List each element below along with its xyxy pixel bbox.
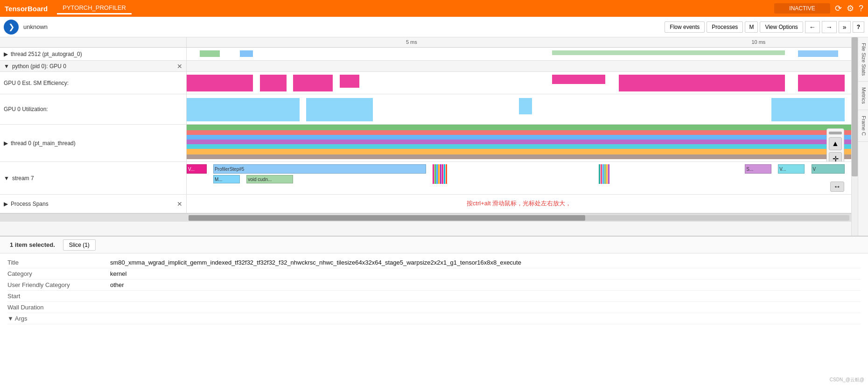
- toolbar-help-button[interactable]: ?: [853, 21, 864, 33]
- settings-icon[interactable]: ⚙: [847, 3, 854, 14]
- thread-stripe-7: [187, 154, 851, 159]
- dd2: [601, 164, 602, 184]
- gpu-sm-canvas: [187, 72, 851, 94]
- profiler-tab[interactable]: PYTORCH_PROFILER: [57, 2, 132, 14]
- detail-row-title: Title sm80_xmma_wgrad_implicit_gemm_inde…: [7, 257, 861, 268]
- util-bar-1: [187, 98, 300, 121]
- detail-value-title: sm80_xmma_wgrad_implicit_gemm_indexed_tf…: [110, 259, 861, 266]
- stream7-block-profiler[interactable]: ProfilerStep#5: [213, 164, 426, 174]
- time-ruler-track: 5 ms 10 ms: [187, 37, 851, 47]
- detail-value-start: [110, 293, 861, 300]
- python-gpu-text: python (pid 0): GPU 0: [12, 63, 66, 70]
- help-icon[interactable]: ?: [859, 4, 863, 14]
- top-bar: TensorBoard PYTORCH_PROFILER INACTIVE ⟳ …: [0, 0, 868, 17]
- sidebar-toggle-button[interactable]: ❯: [4, 20, 19, 35]
- refresh-icon[interactable]: ⟳: [835, 3, 842, 14]
- thread2512-event-4: [798, 50, 838, 57]
- detail-row-args: ▼ Args: [7, 313, 861, 324]
- d6: [442, 164, 443, 184]
- process-spans-row: ▶ Process Spans ✕ 按ctrl+alt 滑动鼠标，光标处左右放大…: [0, 195, 851, 213]
- stream7-arrow[interactable]: ▼: [4, 175, 9, 182]
- nav-arrow-up[interactable]: ▲: [829, 137, 842, 150]
- detail-row-start: Start: [7, 291, 861, 302]
- thread-2512-text: thread 2512 (pt_autograd_0): [11, 51, 82, 57]
- sm-bar-3: [293, 75, 333, 91]
- thread-stripe-5: [187, 144, 851, 149]
- sm-bar-1: [187, 75, 253, 91]
- util-bar-3: [519, 98, 532, 114]
- stream7-block-v2[interactable]: V...: [778, 164, 805, 174]
- python-gpu-label: ▼ python (pid 0): GPU 0 ✕: [0, 61, 187, 71]
- thread-stripe-2: [187, 130, 851, 135]
- nav-controls: ▲ ✛ ▼: [826, 128, 844, 161]
- thread-stripe-4: [187, 140, 851, 144]
- frame-c-tab[interactable]: Frame C: [858, 110, 868, 142]
- v-scroll-thumb[interactable]: [852, 37, 858, 176]
- python-gpu-row: ▼ python (pid 0): GPU 0 ✕: [0, 61, 851, 72]
- stream7-block-cudnn[interactable]: void cudn...: [246, 175, 293, 183]
- time-ruler: 5 ms 10 ms: [0, 37, 851, 48]
- d7: [444, 164, 445, 184]
- tooltip-text: 按ctrl+alt 滑动鼠标，光标处左右放大，: [467, 199, 571, 208]
- dd4: [604, 164, 606, 184]
- process-spans-close[interactable]: ✕: [177, 200, 182, 208]
- gpu-util-row: GPU 0 Utilization:: [0, 94, 851, 125]
- inactive-button: INACTIVE: [774, 3, 830, 14]
- thread-main-row: ▶ thread 0 (pt_main_thread) ▲ ✛ ▼: [0, 125, 851, 162]
- python-gpu-close[interactable]: ✕: [177, 63, 182, 70]
- processes-button[interactable]: Processes: [707, 21, 743, 33]
- stream7-block-v1[interactable]: V...: [187, 164, 207, 174]
- time-marker-5ms: 5 ms: [406, 39, 417, 45]
- d5: [440, 164, 441, 184]
- slice-tab[interactable]: Slice (1): [63, 239, 96, 251]
- detail-label-start: Start: [7, 293, 110, 300]
- util-bar-4: [771, 98, 845, 121]
- horizontal-scroll-track: [0, 213, 851, 222]
- nav-forward-button[interactable]: →: [822, 21, 837, 33]
- bottom-tabs: 1 item selected. Slice (1): [0, 237, 868, 253]
- util-bar-2: [306, 98, 372, 121]
- gpu-sm-label: GPU 0 Est. SM Efficiency:: [0, 72, 187, 94]
- breadcrumb: unknown: [23, 23, 48, 30]
- stream7-text: stream 7: [12, 175, 34, 182]
- gpu-util-label: GPU 0 Utilization:: [0, 94, 187, 124]
- thread-main-text: thread 0 (pt_main_thread): [11, 140, 76, 147]
- view-options-button[interactable]: View Options: [760, 21, 803, 33]
- process-spans-arrow[interactable]: ▶: [4, 201, 8, 207]
- stream7-dense-1: [433, 164, 599, 184]
- python-gpu-canvas: [187, 61, 851, 71]
- dd3: [602, 164, 604, 184]
- horizontal-scrollbar[interactable]: [189, 215, 849, 221]
- dd6: [608, 164, 609, 184]
- python-gpu-arrow[interactable]: ▼: [4, 63, 9, 70]
- nav-expand-button[interactable]: »: [839, 21, 851, 33]
- detail-value-ufc: other: [110, 281, 861, 288]
- thread-2512-label: ▶ thread 2512 (pt_autograd_0): [0, 48, 187, 60]
- d8: [446, 164, 447, 184]
- scroll-thumb[interactable]: [189, 215, 585, 221]
- thread-main-arrow[interactable]: ▶: [4, 140, 8, 147]
- metrics-tab[interactable]: Metrics: [858, 82, 868, 110]
- sm-bar-4: [340, 75, 360, 88]
- nav-move[interactable]: ✛: [829, 152, 842, 161]
- process-spans-canvas: 按ctrl+alt 滑动鼠标，光标处左右放大，: [187, 195, 851, 213]
- nav-back-button[interactable]: ←: [805, 21, 820, 33]
- thread2512-event-1: [200, 50, 220, 57]
- thread-2512-arrow[interactable]: ▶: [4, 51, 8, 57]
- stream7-block-s[interactable]: S...: [745, 164, 771, 174]
- flow-events-button[interactable]: Flow events: [665, 21, 705, 33]
- sm-bar-2: [260, 75, 287, 91]
- detail-label-args[interactable]: ▼ Args: [7, 315, 110, 322]
- d4: [438, 164, 440, 184]
- gpu-sm-row: GPU 0 Est. SM Efficiency:: [0, 72, 851, 94]
- stream7-canvas: V... ProfilerStep#5 M... void cudn...: [187, 162, 851, 194]
- m-button[interactable]: M: [745, 21, 758, 33]
- top-bar-right: INACTIVE ⟳ ⚙ ?: [774, 3, 863, 14]
- file-size-stats-tab[interactable]: File Size Stats: [858, 37, 868, 82]
- stream7-block-m[interactable]: M...: [213, 175, 240, 183]
- nav-expand-btn[interactable]: ↔: [830, 182, 844, 192]
- gpu-util-text: GPU 0 Utilization:: [4, 106, 48, 112]
- d3: [436, 164, 438, 184]
- thread-stripe-6: [187, 149, 851, 154]
- stream7-block-v3[interactable]: V: [812, 164, 845, 174]
